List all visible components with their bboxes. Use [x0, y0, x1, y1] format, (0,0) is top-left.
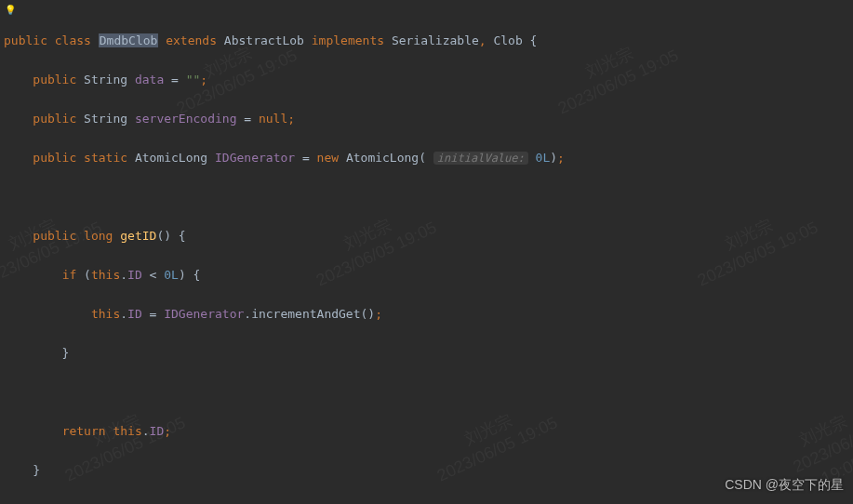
param-hint: initialValue:	[433, 152, 528, 165]
code-line	[4, 382, 853, 402]
code-line: if (this.ID < 0L) {	[4, 265, 853, 285]
code-line: return this.ID;	[4, 421, 853, 441]
code-line	[4, 499, 853, 504]
code-line: this.ID = IDGenerator.incrementAndGet();	[4, 304, 853, 324]
code-line	[4, 187, 853, 206]
code-line: public String data = "";	[4, 70, 853, 89]
code-editor[interactable]: public class DmdbClob extends AbstractLo…	[0, 11, 853, 504]
code-line: public static AtomicLong IDGenerator = n…	[4, 148, 853, 167]
csdn-attribution: CSDN @夜空下的星	[725, 475, 844, 495]
code-line: public String serverEncoding = null;	[4, 109, 853, 128]
code-line: public class DmdbClob extends AbstractLo…	[4, 31, 853, 50]
code-line: public long getID() {	[4, 226, 853, 245]
code-line: }	[4, 343, 853, 363]
intention-bulb[interactable]: 💡	[5, 0, 16, 20]
